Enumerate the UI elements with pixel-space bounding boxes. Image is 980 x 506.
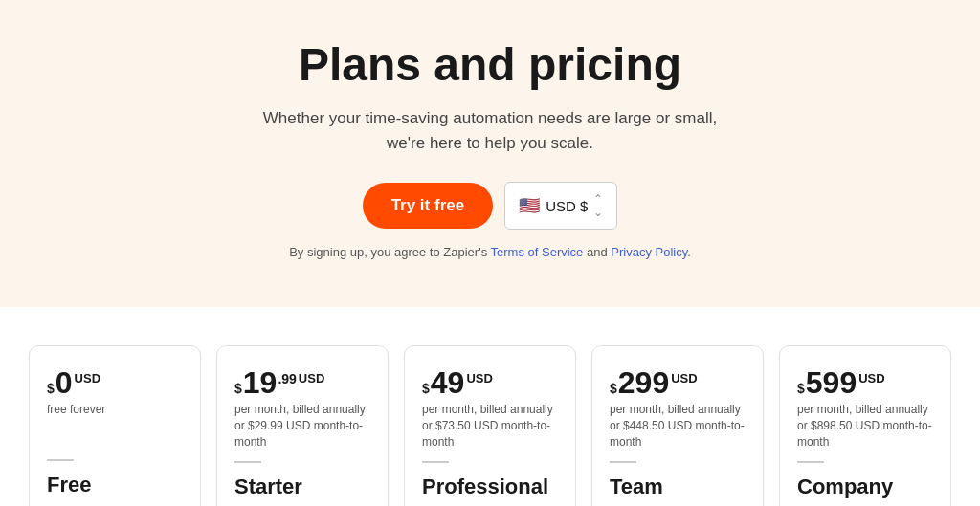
plan-card: $ 19 .99 USD per month, billed annually … xyxy=(216,345,389,506)
plan-billed: free forever xyxy=(47,402,183,448)
price-dollar: $ xyxy=(610,382,617,395)
price-main: 299 xyxy=(618,367,669,398)
plan-card: $ 49 USD per month, billed annually or $… xyxy=(404,345,576,506)
currency-flag: 🇺🇸 xyxy=(519,195,540,216)
price-row: $ 49 USD xyxy=(422,367,558,398)
price-main: 19 xyxy=(243,367,278,398)
price-row: $ 299 USD xyxy=(610,367,746,398)
plan-name: Company xyxy=(797,474,933,499)
hero-cta-button[interactable]: Try it free xyxy=(363,183,494,229)
price-dollar: $ xyxy=(234,382,242,395)
currency-selector[interactable]: 🇺🇸 USD $ ⌃⌄ xyxy=(504,182,617,230)
plan-divider xyxy=(422,461,449,463)
plan-billed: per month, billed annually or $73.50 USD… xyxy=(422,402,558,450)
plan-billed: per month, billed annually or $29.99 USD… xyxy=(234,402,370,450)
price-usd: USD xyxy=(299,371,324,385)
price-usd: USD xyxy=(75,371,100,385)
price-main: 599 xyxy=(806,367,857,398)
currency-label: USD $ xyxy=(546,198,588,214)
hero-section: Plans and pricing Whether your time-savi… xyxy=(0,0,980,307)
price-dollar: $ xyxy=(47,382,55,395)
plan-divider xyxy=(234,461,261,463)
plan-billed: per month, billed annually or $448.50 US… xyxy=(610,402,746,450)
plan-name: Starter xyxy=(234,474,370,499)
price-usd: USD xyxy=(858,371,884,385)
price-main: 0 xyxy=(56,367,73,398)
plan-divider xyxy=(797,461,824,463)
price-cents: .99 xyxy=(278,371,296,386)
chevron-icon: ⌃⌄ xyxy=(593,192,603,219)
price-row: $ 19 .99 USD xyxy=(234,367,370,398)
legal-text: By signing up, you agree to Zapier's Ter… xyxy=(19,245,961,259)
price-usd: USD xyxy=(466,371,492,385)
plan-card: $ 299 USD per month, billed annually or … xyxy=(591,345,764,506)
plan-card: $ 0 USD free forever Free Anyone can aut… xyxy=(29,345,201,506)
plan-name: Free xyxy=(47,473,183,497)
plan-name: Team xyxy=(610,474,746,499)
hero-actions: Try it free 🇺🇸 USD $ ⌃⌄ xyxy=(19,182,961,230)
price-row: $ 0 USD xyxy=(47,367,183,398)
privacy-link[interactable]: Privacy Policy xyxy=(611,245,687,259)
plan-card: $ 599 USD per month, billed annually or … xyxy=(779,345,951,506)
tos-link[interactable]: Terms of Service xyxy=(491,245,584,259)
price-main: 49 xyxy=(431,367,465,398)
plan-divider xyxy=(610,461,636,463)
hero-subtitle: Whether your time-saving automation need… xyxy=(19,106,961,155)
price-dollar: $ xyxy=(422,382,430,395)
pricing-section: $ 0 USD free forever Free Anyone can aut… xyxy=(0,307,980,506)
plan-billed: per month, billed annually or $898.50 US… xyxy=(797,402,933,450)
plan-divider xyxy=(47,459,74,461)
price-usd: USD xyxy=(671,371,697,385)
pricing-grid: $ 0 USD free forever Free Anyone can aut… xyxy=(29,345,951,506)
plan-name: Professional xyxy=(422,474,558,499)
price-row: $ 599 USD xyxy=(797,367,933,398)
page-title: Plans and pricing xyxy=(19,38,961,91)
price-dollar: $ xyxy=(797,382,805,395)
